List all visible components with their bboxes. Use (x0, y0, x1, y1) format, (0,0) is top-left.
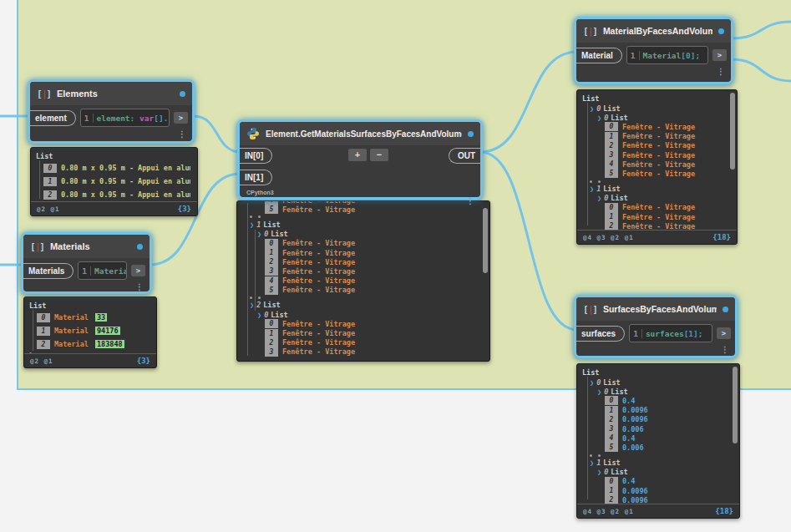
code-input[interactable]: 1Material[0]; (626, 46, 708, 64)
menu-icon[interactable]: ⋮ (178, 129, 186, 140)
input-port-element[interactable]: element (30, 110, 76, 126)
expand-chevron-icon[interactable]: ❯ (590, 104, 594, 113)
input-port-in1[interactable]: IN[1] (240, 170, 272, 185)
levels-label[interactable]: @4 @3 @2 @1 (583, 508, 634, 515)
expand-chevron-icon[interactable]: ❯ (597, 194, 601, 202)
expand-chevron-icon[interactable]: ❯ (597, 114, 601, 122)
expand-chevron-icon[interactable]: ❯ (250, 301, 254, 309)
item-index-badge: 2 (265, 338, 278, 347)
node-python-header[interactable]: Element.GetMaterialsSurfacesByFacesAndVo… (240, 122, 480, 145)
preview-dot-icon[interactable] (723, 307, 728, 312)
levels-label[interactable]: @2 @1 (30, 357, 53, 365)
item-index-badge: 5 (605, 169, 618, 178)
preview-elements-list[interactable]: List00.80 m x 0.95 m - Appui en aluminiu… (30, 147, 198, 216)
scrollbar-thumb[interactable] (483, 208, 488, 273)
list-row-branch[interactable]: ❯1List (577, 185, 730, 194)
expand-chevron-icon[interactable]: ❯ (257, 311, 261, 319)
list-row-branch[interactable]: ❯0List (577, 387, 733, 396)
preview-materialby-list[interactable]: List❯0List❯0List0Fenêtre - Vitrage1Fenêt… (576, 89, 738, 245)
list-row-branch[interactable]: ❯1List (237, 220, 483, 229)
node-materials-header[interactable]: [|] Materials (23, 235, 150, 258)
node-python-body: IN[0] IN[1] + − OUT CPython3 (240, 145, 480, 197)
preview-materials-list[interactable]: List0Material331Material941762Material18… (23, 296, 157, 368)
scrollbar-thumb[interactable] (730, 93, 735, 170)
list-row-leaf: 2Fenêtre - Vitrage (237, 338, 483, 347)
run-button[interactable]: > (174, 112, 188, 124)
list-row-leaf: 3Fenêtre - Vitrage (577, 150, 730, 160)
preview-dot-icon[interactable] (468, 131, 474, 137)
node-surfacesby-header[interactable]: [|] SurfacesByFacesAndVolumes (576, 297, 735, 321)
expand-chevron-icon[interactable]: ❯ (590, 459, 594, 467)
node-materialby-body: Material 1Material[0]; > (576, 43, 731, 68)
preview-python-list[interactable]: 4Fenêtre - Vitrage5Fenêtre - Vitrage❯1Li… (236, 200, 490, 362)
code-block-icon: [|] (37, 89, 51, 99)
preview-dot-icon[interactable] (137, 244, 143, 250)
continuation-dot (258, 296, 261, 299)
item-value: Fenêtre - Vitrage (622, 203, 695, 211)
branch-index: 2 (256, 301, 261, 309)
menu-icon[interactable]: ⋮ (717, 66, 725, 78)
add-input-button[interactable]: + (348, 149, 367, 161)
menu-icon[interactable]: ⋮ (135, 281, 144, 293)
wire-matByOutB-to-edgeRightBottom[interactable] (731, 59, 791, 81)
preview-dot-icon[interactable] (718, 28, 724, 34)
node-elements[interactable]: [|] Elements element 1element: var[]..[]… (28, 79, 195, 144)
run-button[interactable]: > (717, 327, 731, 339)
list-row-branch[interactable]: ❯0List (577, 113, 730, 122)
run-button[interactable]: > (712, 49, 727, 61)
list-row-branch[interactable]: ❯0List (577, 377, 733, 387)
preview-surfacesby-list[interactable]: List❯0List❯0List00.410.009620.009630.006… (576, 363, 740, 519)
node-material-by-faces-and-volumes[interactable]: [|] MaterialByFacesAndVolumes Material 1… (574, 17, 733, 84)
list-row-leaf: 30.006 (577, 424, 733, 433)
preview-dot-icon[interactable] (180, 91, 185, 97)
list-row-branch[interactable]: ❯0List (577, 468, 733, 477)
code-input[interactable]: 1element: var[]..[]; (80, 109, 170, 127)
expand-chevron-icon[interactable]: ❯ (597, 468, 601, 476)
node-surfaces-by-faces-and-volumes[interactable]: [|] SurfacesByFacesAndVolumes surfaces 1… (574, 295, 738, 358)
list-row-leaf: 10.80 m x 0.95 m - Appui en aluminium (31, 175, 190, 188)
code-input[interactable]: 1surfaces[1]; (629, 324, 712, 342)
list-row-branch[interactable]: ❯2List (237, 301, 483, 310)
expand-chevron-icon[interactable]: ❯ (257, 230, 261, 238)
code-input[interactable]: 1Materials; (78, 261, 127, 280)
list-row-branch[interactable]: ❯0List (237, 310, 483, 319)
output-port-out[interactable]: OUT (449, 148, 480, 164)
wire-pyOut-to-matByIn[interactable] (480, 52, 577, 152)
list-row-leaf: 0Fenêtre - Vitrage (237, 319, 483, 328)
wire-matByOutA-to-edgeRightTop[interactable] (731, 22, 791, 38)
node-python-get-materials-surfaces[interactable]: Element.GetMaterialsSurfacesByFacesAndVo… (237, 119, 483, 200)
node-materialby-header[interactable]: [|] MaterialByFacesAndVolumes (576, 19, 731, 43)
node-python-footer: ⋮ (240, 197, 480, 210)
list-row-branch[interactable]: ❯0List (577, 194, 730, 203)
list-footer: @4 @3 @2 @1 {18} (577, 230, 737, 244)
item-index-badge: 0 (605, 396, 618, 405)
expand-chevron-icon[interactable]: ❯ (590, 378, 594, 387)
wire-elementsOut-to-pyIn0[interactable] (194, 116, 241, 152)
expand-chevron-icon[interactable]: ❯ (250, 220, 254, 229)
list-row-branch[interactable]: ❯0List (237, 230, 483, 239)
item-index-badge: 2 (605, 141, 618, 150)
input-port-materials[interactable]: Materials (23, 263, 74, 279)
input-port-surfaces[interactable]: surfaces (576, 326, 625, 342)
remove-input-button[interactable]: − (370, 149, 388, 161)
node-materials[interactable]: [|] Materials Materials 1Materials; > ⋮ (21, 232, 152, 294)
run-button[interactable]: > (131, 265, 145, 276)
menu-icon[interactable]: ⋮ (721, 344, 729, 356)
wire-pyOut-to-surfByIn[interactable] (480, 152, 577, 330)
expand-chevron-icon[interactable]: ❯ (590, 185, 594, 193)
input-port-in0[interactable]: IN[0] (240, 148, 272, 164)
scrollbar-thumb[interactable] (733, 367, 738, 443)
input-port-material[interactable]: Material (576, 48, 622, 63)
menu-icon[interactable]: ⋮ (466, 195, 474, 207)
list-row-dots (577, 179, 730, 185)
expand-chevron-icon[interactable]: ❯ (597, 388, 601, 396)
count-label: {18} (712, 233, 731, 241)
list-row-mat: 2Material183848 (24, 337, 150, 351)
node-elements-header[interactable]: [|] Elements (30, 82, 192, 105)
list-row-leaf: 3Fenêtre - Vitrage (237, 266, 483, 276)
item-index-badge: 4 (605, 160, 618, 169)
list-row-branch[interactable]: ❯1List (577, 459, 733, 468)
list-row-branch[interactable]: ❯0List (577, 104, 730, 113)
levels-label[interactable]: @4 @3 @2 @1 (583, 234, 634, 241)
levels-label[interactable]: @2 @1 (37, 205, 60, 213)
